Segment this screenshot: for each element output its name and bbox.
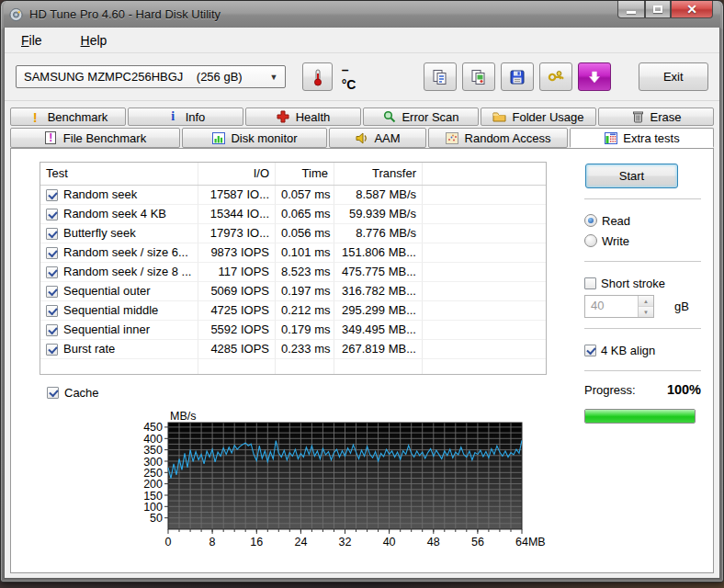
maximize-button[interactable] xyxy=(645,1,671,18)
tab-folder-usage[interactable]: Folder Usage xyxy=(481,107,596,126)
transfer-value: 316.782 MB... xyxy=(334,282,423,301)
row-checkbox[interactable] xyxy=(46,189,58,201)
thermometer-icon xyxy=(311,68,324,86)
table-row[interactable]: Random seek / size 6... 9873 IOPS 0.101 … xyxy=(40,243,546,263)
row-checkbox[interactable] xyxy=(46,305,58,317)
toolbar: SAMSUNG MZMPC256HBGJ (256 gB) ▼ – °C xyxy=(5,53,719,101)
exit-button[interactable]: Exit xyxy=(639,62,708,91)
tab-erase[interactable]: Erase xyxy=(598,107,714,126)
table-row[interactable]: Random seek / size 8 ... 117 IOPS 8.523 … xyxy=(40,263,546,282)
row-checkbox[interactable] xyxy=(46,266,58,278)
column-header-spacer xyxy=(423,163,546,185)
spinner-down-button[interactable]: ▼ xyxy=(639,307,653,317)
write-option[interactable]: Write xyxy=(584,231,701,251)
transfer-value: 59.939 MB/s xyxy=(334,205,423,224)
separator xyxy=(584,198,701,200)
spinner-up-button[interactable]: ▲ xyxy=(639,296,653,307)
copy-text-icon xyxy=(432,69,448,85)
progress-percentage: 100% xyxy=(667,382,701,397)
transfer-value: 475.775 MB... xyxy=(334,263,423,282)
table-row[interactable]: Random seek 17587 IO... 0.057 ms 8.587 M… xyxy=(40,186,546,205)
read-radio[interactable] xyxy=(584,214,597,227)
separator xyxy=(584,261,701,263)
table-row[interactable]: Burst rate 4285 IOPS 0.233 ms 267.819 MB… xyxy=(40,340,546,359)
copy-image-button[interactable] xyxy=(462,62,495,91)
maximize-icon xyxy=(653,6,662,13)
minimize-button[interactable] xyxy=(617,1,645,18)
cache-option[interactable]: Cache xyxy=(47,386,99,400)
tab-disk-monitor[interactable]: Disk monitor xyxy=(182,128,327,148)
save-floppy-icon xyxy=(509,69,526,85)
column-header-io: I/O xyxy=(198,163,276,185)
svg-text:0: 0 xyxy=(165,536,172,548)
cache-checkbox[interactable] xyxy=(47,387,59,399)
title-bar[interactable]: HD Tune Pro 4.60 - Hard Disk Utility ✕ xyxy=(4,1,720,28)
test-name: Sequential outer xyxy=(63,282,151,300)
table-filler-row xyxy=(40,359,546,374)
progress-row: Progress: 100% xyxy=(584,382,701,397)
close-button[interactable]: ✕ xyxy=(671,1,713,18)
scatter-icon xyxy=(446,131,459,145)
table-row[interactable]: Sequential middle 4725 IOPS 0.212 ms 295… xyxy=(40,301,546,321)
io-value: 17973 IO... xyxy=(198,224,276,243)
table-row[interactable]: Sequential outer 5069 IOPS 0.197 ms 316.… xyxy=(40,282,546,301)
align-checkbox[interactable] xyxy=(584,345,596,356)
spinner-buttons: ▲ ▼ xyxy=(638,296,653,317)
short-stroke-option[interactable]: Short stroke xyxy=(584,273,701,293)
short-stroke-checkbox[interactable] xyxy=(584,277,596,289)
extra-tests-panel: Test I/O Time Transfer Random seek 17587… xyxy=(10,148,714,573)
tab-info[interactable]: i Info xyxy=(128,107,243,126)
io-value: 5592 IOPS xyxy=(198,321,276,340)
tab-health[interactable]: Health xyxy=(245,107,361,126)
test-name: Random seek xyxy=(63,186,137,204)
time-value: 0.057 ms xyxy=(276,186,334,205)
io-value: 4725 IOPS xyxy=(198,301,276,321)
tab-label: Error Scan xyxy=(402,110,458,124)
table-row[interactable]: Sequential inner 5592 IOPS 0.179 ms 349.… xyxy=(40,321,546,340)
test-name: Burst rate xyxy=(63,340,115,358)
drive-selector-dropdown[interactable]: SAMSUNG MZMPC256HBGJ (256 gB) ▼ xyxy=(16,65,286,88)
row-checkbox[interactable] xyxy=(46,209,58,220)
temperature-button[interactable] xyxy=(302,62,332,91)
svg-text:50: 50 xyxy=(150,512,163,525)
menu-file[interactable]: File xyxy=(16,30,48,51)
read-label: Read xyxy=(602,214,630,228)
io-value: 4285 IOPS xyxy=(198,340,276,359)
extra-tests-icon xyxy=(604,131,617,145)
svg-text:8: 8 xyxy=(209,536,216,548)
svg-text:48: 48 xyxy=(427,536,440,548)
row-checkbox[interactable] xyxy=(46,324,58,336)
update-button[interactable] xyxy=(578,62,611,91)
copy-text-button[interactable] xyxy=(424,62,457,91)
tab-aam[interactable]: AAM xyxy=(329,128,426,148)
read-option[interactable]: Read xyxy=(584,210,701,231)
table-row[interactable]: Butterfly seek 17973 IO... 0.056 ms 8.77… xyxy=(40,224,546,243)
svg-text:24: 24 xyxy=(294,536,307,548)
size-spinner[interactable]: 40 ▲ ▼ xyxy=(584,295,654,318)
folder-icon xyxy=(492,110,506,124)
minimize-icon xyxy=(627,11,636,14)
row-checkbox[interactable] xyxy=(46,286,58,298)
io-value: 9873 IOPS xyxy=(198,243,276,263)
align-option[interactable]: 4 KB align xyxy=(584,340,701,360)
table-row[interactable]: Random seek 4 KB 15344 IO... 0.065 ms 59… xyxy=(40,205,546,224)
row-checkbox[interactable] xyxy=(46,247,58,259)
table-header-row: Test I/O Time Transfer xyxy=(40,163,546,186)
column-header-transfer: Transfer xyxy=(334,163,423,185)
transfer-value: 8.587 MB/s xyxy=(334,186,423,205)
write-label: Write xyxy=(602,234,629,248)
tab-error-scan[interactable]: Error Scan xyxy=(363,107,479,126)
tab-random-access[interactable]: Random Access xyxy=(428,128,568,148)
menu-help[interactable]: Help xyxy=(75,30,113,51)
row-checkbox[interactable] xyxy=(46,344,58,356)
time-value: 0.179 ms xyxy=(276,321,334,340)
save-button[interactable] xyxy=(501,62,534,91)
options-button[interactable] xyxy=(539,62,572,91)
short-stroke-label: Short stroke xyxy=(601,277,665,290)
start-button[interactable]: Start xyxy=(585,164,678,188)
write-radio[interactable] xyxy=(584,234,597,247)
tab-benchmark[interactable]: ! Benchmark xyxy=(10,107,126,126)
tab-extra-tests[interactable]: Extra tests xyxy=(570,128,714,148)
row-checkbox[interactable] xyxy=(46,228,58,240)
tab-file-benchmark[interactable]: ! File Benchmark xyxy=(10,128,180,148)
